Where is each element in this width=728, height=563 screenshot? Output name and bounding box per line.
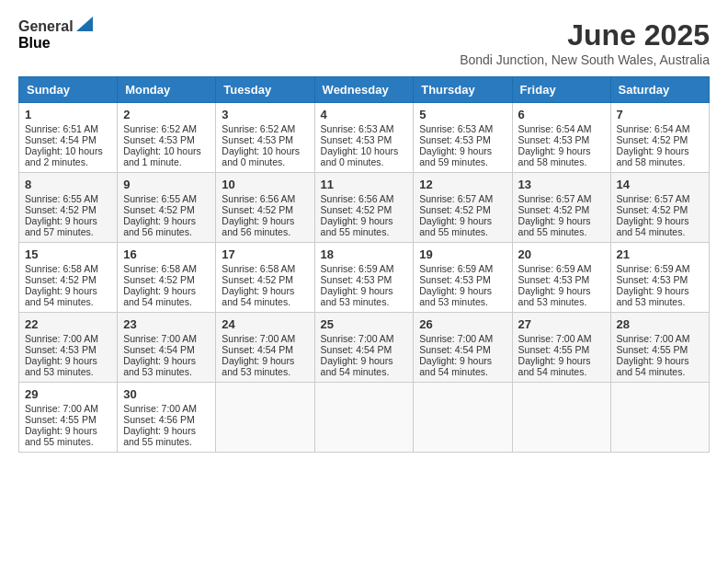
calendar-cell: 24 Sunrise: 7:00 AM Sunset: 4:54 PM Dayl… [216, 313, 314, 383]
sunset-label: Sunset: 4:54 PM [321, 344, 392, 355]
sunset-label: Sunset: 4:52 PM [123, 274, 195, 285]
day-number: 17 [222, 247, 308, 261]
daylight-label: Daylight: 9 hours and 53 minutes. [419, 285, 492, 307]
sunrise-label: Sunrise: 7:00 AM [321, 333, 394, 344]
header-saturday: Saturday [610, 77, 709, 103]
calendar-cell [216, 383, 314, 453]
calendar-cell [610, 383, 709, 453]
sunset-label: Sunset: 4:52 PM [617, 134, 688, 145]
month-title: June 2025 [460, 18, 710, 52]
logo-general: General [18, 18, 74, 34]
calendar-cell: 26 Sunrise: 7:00 AM Sunset: 4:54 PM Dayl… [414, 313, 512, 383]
sunset-label: Sunset: 4:54 PM [419, 344, 491, 355]
calendar-cell: 8 Sunrise: 6:55 AM Sunset: 4:52 PM Dayli… [19, 173, 118, 243]
daylight-label: Daylight: 9 hours and 54 minutes. [222, 285, 294, 307]
sunrise-label: Sunrise: 6:53 AM [419, 123, 493, 134]
day-number: 2 [123, 108, 210, 121]
daylight-label: Daylight: 10 hours and 1 minute. [123, 145, 201, 167]
day-number: 26 [419, 317, 506, 331]
header-sunday: Sunday [19, 77, 118, 103]
sunset-label: Sunset: 4:52 PM [25, 204, 97, 215]
calendar-table: SundayMondayTuesdayWednesdayThursdayFrid… [18, 76, 710, 453]
daylight-label: Daylight: 9 hours and 56 minutes. [222, 215, 294, 237]
sunset-label: Sunset: 4:55 PM [617, 344, 688, 355]
sunrise-label: Sunrise: 6:59 AM [518, 263, 592, 274]
daylight-label: Daylight: 9 hours and 53 minutes. [25, 355, 97, 377]
sunset-label: Sunset: 4:54 PM [123, 344, 195, 355]
daylight-label: Daylight: 9 hours and 58 minutes. [518, 145, 591, 167]
daylight-label: Daylight: 9 hours and 54 minutes. [617, 355, 689, 377]
calendar-cell: 16 Sunrise: 6:58 AM Sunset: 4:52 PM Dayl… [118, 243, 216, 313]
daylight-label: Daylight: 10 hours and 0 minutes. [222, 145, 300, 167]
daylight-label: Daylight: 9 hours and 54 minutes. [123, 285, 196, 307]
calendar-cell [512, 383, 610, 453]
sunrise-label: Sunrise: 7:00 AM [419, 333, 493, 344]
calendar-week-row: 29 Sunrise: 7:00 AM Sunset: 4:55 PM Dayl… [19, 383, 710, 453]
daylight-label: Daylight: 9 hours and 57 minutes. [25, 215, 97, 237]
sunset-label: Sunset: 4:52 PM [321, 204, 392, 215]
logo-text: General Blue [18, 18, 93, 52]
sunset-label: Sunset: 4:52 PM [518, 204, 590, 215]
sunrise-label: Sunrise: 6:54 AM [617, 123, 690, 134]
calendar-cell: 9 Sunrise: 6:55 AM Sunset: 4:52 PM Dayli… [118, 173, 216, 243]
day-number: 30 [123, 387, 210, 401]
sunset-label: Sunset: 4:53 PM [419, 274, 491, 285]
daylight-label: Daylight: 9 hours and 55 minutes. [123, 425, 196, 447]
sunrise-label: Sunrise: 6:59 AM [617, 263, 690, 274]
sunset-label: Sunset: 4:53 PM [222, 134, 293, 145]
day-number: 20 [518, 247, 605, 261]
calendar-cell: 10 Sunrise: 6:56 AM Sunset: 4:52 PM Dayl… [216, 173, 314, 243]
header-tuesday: Tuesday [216, 77, 314, 103]
sunrise-label: Sunrise: 6:56 AM [222, 193, 295, 204]
daylight-label: Daylight: 10 hours and 0 minutes. [321, 145, 399, 167]
calendar-week-row: 8 Sunrise: 6:55 AM Sunset: 4:52 PM Dayli… [19, 173, 710, 243]
header-wednesday: Wednesday [314, 77, 414, 103]
day-number: 11 [321, 178, 408, 191]
calendar-cell [414, 383, 512, 453]
sunset-label: Sunset: 4:52 PM [222, 204, 293, 215]
sunrise-label: Sunrise: 6:52 AM [123, 123, 197, 134]
sunrise-label: Sunrise: 6:53 AM [321, 123, 394, 134]
day-number: 9 [123, 178, 210, 191]
day-number: 22 [25, 317, 111, 331]
daylight-label: Daylight: 9 hours and 54 minutes. [25, 285, 97, 307]
calendar-cell: 13 Sunrise: 6:57 AM Sunset: 4:52 PM Dayl… [512, 173, 610, 243]
daylight-label: Daylight: 9 hours and 53 minutes. [222, 355, 294, 377]
daylight-label: Daylight: 9 hours and 53 minutes. [321, 285, 393, 307]
day-number: 3 [222, 108, 308, 121]
sunset-label: Sunset: 4:52 PM [25, 274, 97, 285]
calendar-cell: 17 Sunrise: 6:58 AM Sunset: 4:52 PM Dayl… [216, 243, 314, 313]
day-number: 25 [321, 317, 408, 331]
calendar-cell: 6 Sunrise: 6:54 AM Sunset: 4:53 PM Dayli… [512, 103, 610, 173]
daylight-label: Daylight: 9 hours and 54 minutes. [419, 355, 492, 377]
calendar-cell: 25 Sunrise: 7:00 AM Sunset: 4:54 PM Dayl… [314, 313, 414, 383]
sunrise-label: Sunrise: 6:57 AM [419, 193, 493, 204]
calendar-cell: 1 Sunrise: 6:51 AM Sunset: 4:54 PM Dayli… [19, 103, 118, 173]
sunset-label: Sunset: 4:53 PM [617, 274, 688, 285]
logo-triangle-icon [76, 17, 93, 31]
daylight-label: Daylight: 9 hours and 53 minutes. [123, 355, 196, 377]
sunset-label: Sunset: 4:52 PM [123, 204, 195, 215]
sunrise-label: Sunrise: 7:00 AM [123, 403, 197, 414]
day-number: 23 [123, 317, 210, 331]
sunset-label: Sunset: 4:54 PM [222, 344, 293, 355]
calendar-cell: 29 Sunrise: 7:00 AM Sunset: 4:55 PM Dayl… [19, 383, 118, 453]
sunset-label: Sunset: 4:52 PM [617, 204, 688, 215]
sunset-label: Sunset: 4:52 PM [419, 204, 491, 215]
calendar-cell: 4 Sunrise: 6:53 AM Sunset: 4:53 PM Dayli… [314, 103, 414, 173]
calendar-cell: 2 Sunrise: 6:52 AM Sunset: 4:53 PM Dayli… [118, 103, 216, 173]
calendar-cell: 20 Sunrise: 6:59 AM Sunset: 4:53 PM Dayl… [512, 243, 610, 313]
daylight-label: Daylight: 9 hours and 53 minutes. [617, 285, 689, 307]
day-number: 29 [25, 387, 111, 401]
sunrise-label: Sunrise: 6:59 AM [321, 263, 394, 274]
sunset-label: Sunset: 4:53 PM [321, 134, 392, 145]
sunrise-label: Sunrise: 6:56 AM [321, 193, 394, 204]
calendar-cell: 22 Sunrise: 7:00 AM Sunset: 4:53 PM Dayl… [19, 313, 118, 383]
sunrise-label: Sunrise: 7:00 AM [617, 333, 690, 344]
calendar-cell: 5 Sunrise: 6:53 AM Sunset: 4:53 PM Dayli… [414, 103, 512, 173]
calendar-cell: 21 Sunrise: 6:59 AM Sunset: 4:53 PM Dayl… [610, 243, 709, 313]
day-number: 13 [518, 178, 605, 191]
sunrise-label: Sunrise: 7:00 AM [25, 333, 98, 344]
sunset-label: Sunset: 4:53 PM [518, 134, 590, 145]
calendar-cell: 19 Sunrise: 6:59 AM Sunset: 4:53 PM Dayl… [414, 243, 512, 313]
